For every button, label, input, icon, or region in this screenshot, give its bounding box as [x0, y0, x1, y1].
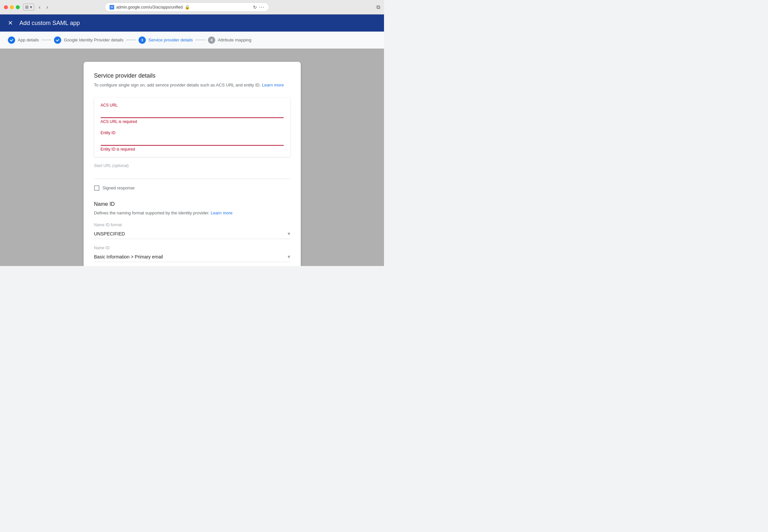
form-card: Service provider details To configure si… — [84, 62, 301, 266]
app-title: Add custom SAML app — [19, 20, 80, 27]
step-2-circle — [54, 36, 61, 44]
entity-id-label: Entity ID — [101, 131, 284, 135]
name-id-format-label: Name ID format — [94, 223, 290, 227]
name-id-format-dropdown[interactable]: UNSPECIFIED ▾ — [94, 229, 290, 239]
form-description: To configure single sign on, add service… — [94, 82, 290, 88]
minimize-traffic-light[interactable] — [10, 5, 14, 9]
sidebar-toggle-button[interactable]: ⊞ ▾ — [23, 4, 34, 11]
reload-icon[interactable]: ↻ — [253, 5, 257, 10]
maximize-traffic-light[interactable] — [16, 5, 20, 9]
close-dialog-button[interactable]: ✕ — [7, 18, 14, 28]
acs-url-input[interactable] — [101, 109, 284, 118]
step-4-circle: 4 — [208, 36, 215, 44]
step-1: App details — [8, 36, 39, 44]
name-id-label: Name ID — [94, 246, 290, 250]
name-id-value: Basic Information > Primary email — [94, 254, 288, 259]
step-4-label: Attribute mapping — [218, 37, 252, 42]
name-id-field: Name ID Basic Information > Primary emai… — [94, 246, 290, 262]
url-bar[interactable]: G admin.google.com/u/3/ac/apps/unified 🔒… — [105, 2, 269, 12]
name-id-format-field: Name ID format UNSPECIFIED ▾ — [94, 223, 290, 239]
learn-more-link-top[interactable]: Learn more — [262, 83, 284, 87]
main-content: Service provider details To configure si… — [0, 49, 384, 266]
acs-url-label: ACS URL — [101, 103, 284, 108]
entity-id-field-group: Entity ID Entity ID is required — [101, 131, 284, 152]
step-1-circle — [8, 36, 15, 44]
entity-id-input[interactable] — [101, 136, 284, 146]
form-title: Service provider details — [94, 72, 290, 79]
step-2-label: Google Identity Provider details — [64, 37, 123, 42]
name-id-arrow-icon: ▾ — [288, 254, 290, 260]
app-header: ✕ Add custom SAML app — [0, 14, 384, 32]
step-divider-1 — [41, 40, 51, 40]
learn-more-link-name-id[interactable]: Learn more — [211, 210, 232, 215]
step-3-circle: 3 — [138, 36, 146, 44]
step-3-label: Service provider details — [148, 37, 193, 42]
step-1-label: App details — [18, 37, 39, 42]
step-4: 4 Attribute mapping — [208, 36, 252, 44]
step-3: 3 Service provider details — [138, 36, 193, 44]
steps-bar: App details Google Identity Provider det… — [0, 32, 384, 49]
acs-url-error: ACS URL is required — [101, 119, 284, 124]
step-divider-3 — [196, 40, 205, 40]
url-text: admin.google.com/u/3/ac/apps/unified — [116, 5, 182, 10]
more-icon[interactable]: ⋯ — [259, 4, 264, 10]
name-id-title: Name ID — [94, 201, 290, 207]
step-divider-2 — [126, 40, 136, 40]
close-traffic-light[interactable] — [4, 5, 8, 9]
forward-browser-button[interactable]: › — [45, 4, 49, 11]
name-id-dropdown[interactable]: Basic Information > Primary email ▾ — [94, 252, 290, 262]
signed-response-row: Signed response — [94, 185, 290, 191]
signed-response-label: Signed response — [103, 185, 135, 190]
back-browser-button[interactable]: ‹ — [37, 4, 42, 11]
lock-icon: 🔒 — [184, 5, 190, 10]
error-fields-box: ACS URL ACS URL is required Entity ID En… — [94, 98, 290, 157]
traffic-lights — [4, 5, 20, 9]
start-url-label: Start URL (optional) — [94, 163, 290, 168]
share-icon[interactable]: ⧉ — [376, 4, 380, 10]
step-2: Google Identity Provider details — [54, 36, 123, 44]
name-id-format-arrow-icon: ▾ — [288, 230, 290, 237]
entity-id-error: Entity ID is required — [101, 147, 284, 152]
acs-url-field-group: ACS URL ACS URL is required — [101, 103, 284, 124]
signed-response-checkbox[interactable] — [94, 185, 99, 191]
name-id-description: Defines the naming format supported by t… — [94, 210, 290, 216]
url-favicon: G — [109, 5, 114, 10]
name-id-format-value: UNSPECIFIED — [94, 231, 288, 236]
start-url-field: Start URL (optional) — [94, 163, 290, 179]
titlebar: ⊞ ▾ ‹ › G admin.google.com/u/3/ac/apps/u… — [0, 0, 384, 14]
start-url-input[interactable] — [94, 169, 290, 179]
